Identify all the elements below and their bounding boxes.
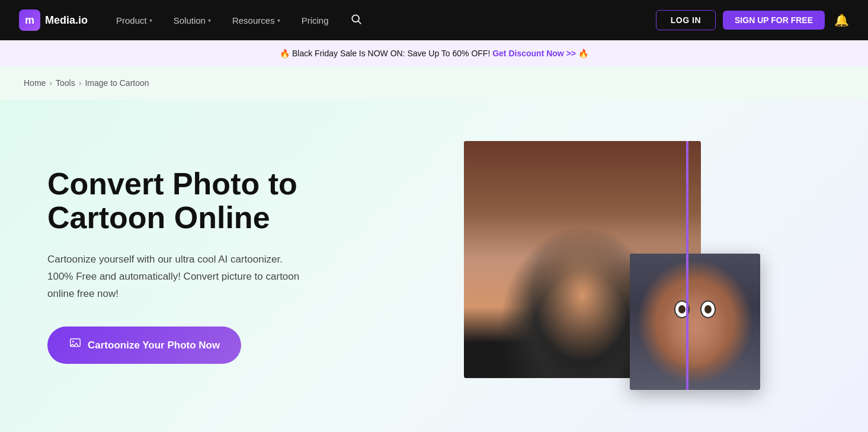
- image-comparison: [464, 141, 760, 390]
- svg-point-0: [352, 15, 359, 22]
- login-button[interactable]: LOG IN: [656, 10, 716, 30]
- cta-button[interactable]: Cartoonize Your Photo Now: [47, 327, 241, 364]
- cartoon-eye-right: [702, 302, 715, 317]
- signup-button[interactable]: SIGN UP FOR FREE: [723, 11, 825, 30]
- breadcrumb-tools[interactable]: Tools: [56, 78, 75, 88]
- logo-icon: m: [19, 9, 40, 31]
- logo-text: Media.io: [45, 14, 88, 27]
- hero-section: Convert Photo toCartoon Online Cartooniz…: [0, 100, 868, 432]
- cartoon-photo: [630, 254, 760, 390]
- hero-title: Convert Photo toCartoon Online: [47, 167, 379, 235]
- breadcrumb-sep-2: ›: [79, 78, 82, 88]
- discount-link[interactable]: Get Discount Now >>: [492, 49, 576, 58]
- breadcrumb-sep-1: ›: [49, 78, 52, 88]
- cta-label: Cartoonize Your Photo Now: [88, 340, 220, 351]
- chevron-down-icon: ▾: [149, 17, 152, 24]
- hero-description: Cartoonize yourself with our ultra cool …: [47, 251, 332, 303]
- promo-banner: 🔥 Black Friday Sale Is NOW ON: Save Up T…: [0, 40, 868, 66]
- nav-items: Product ▾ Solution ▾ Resources ▾ Pricing: [107, 8, 651, 33]
- nav-item-resources[interactable]: Resources ▾: [223, 11, 290, 30]
- nav-right: LOG IN SIGN UP FOR FREE 🔔: [656, 10, 849, 30]
- upload-icon: [69, 337, 82, 353]
- chevron-down-icon: ▾: [208, 17, 211, 24]
- bell-icon[interactable]: 🔔: [834, 13, 849, 27]
- breadcrumb: Home › Tools › Image to Cartoon: [0, 66, 868, 100]
- hero-right: [379, 141, 844, 390]
- search-icon[interactable]: [341, 8, 371, 33]
- hero-left: Convert Photo toCartoon Online Cartooniz…: [47, 167, 379, 364]
- navbar: m Media.io Product ▾ Solution ▾ Resource…: [0, 0, 868, 40]
- breadcrumb-current: Image to Cartoon: [85, 78, 149, 88]
- comparison-divider: [686, 141, 688, 390]
- fire-icon-right: 🔥: [578, 49, 588, 58]
- nav-item-solution[interactable]: Solution ▾: [164, 11, 220, 30]
- nav-item-pricing[interactable]: Pricing: [292, 11, 338, 30]
- logo[interactable]: m Media.io: [19, 9, 88, 31]
- cartoon-eyes: [675, 302, 715, 317]
- banner-text: Black Friday Sale Is NOW ON: Save Up To …: [292, 49, 490, 58]
- breadcrumb-home[interactable]: Home: [24, 78, 46, 88]
- fire-icon-left: 🔥: [280, 49, 290, 58]
- nav-item-product[interactable]: Product ▾: [107, 11, 162, 30]
- svg-line-1: [358, 21, 361, 24]
- svg-point-3: [72, 341, 74, 343]
- chevron-down-icon: ▾: [277, 17, 280, 24]
